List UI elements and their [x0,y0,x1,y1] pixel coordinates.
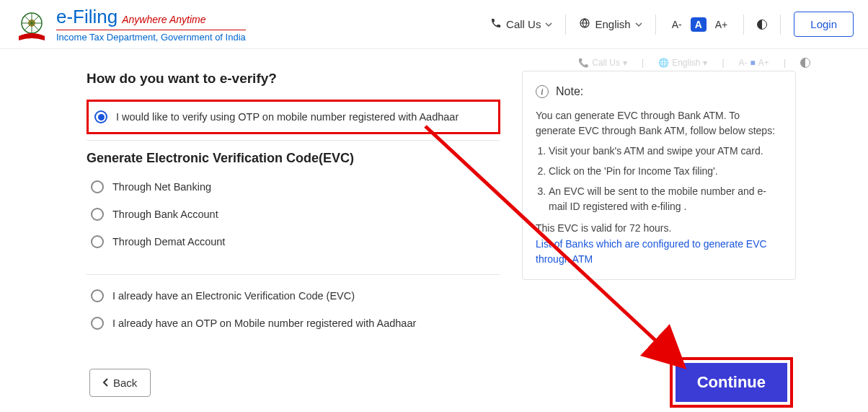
back-label: Back [113,377,137,389]
text-size-controls: A- A A+ [669,17,731,32]
top-header: e-Filing Anywhere Anytime Income Tax Dep… [0,0,868,49]
note-step-2: Click on the 'Pin for Income Tax filing'… [549,164,782,180]
back-button[interactable]: Back [89,369,151,397]
radio-net-banking[interactable]: Through Net Banking [87,173,500,201]
radio-icon [94,110,107,123]
divider [655,14,656,35]
chevron-down-icon [545,18,552,30]
text-size-decrease[interactable]: A- [669,17,685,32]
note-intro: You can generate EVC through Bank ATM. T… [536,108,782,139]
radio-icon [91,208,104,221]
language-dropdown[interactable]: English [579,17,642,31]
language-label: English [595,18,630,30]
radio-aadhaar-otp[interactable]: I would like to verify using OTP on mobi… [90,103,497,131]
brand-dept: Income Tax Department, Government of Ind… [56,32,246,43]
radio-have-evc[interactable]: I already have an Electronic Verificatio… [87,282,500,310]
ghost-lang: 🌐English▾ [658,58,707,68]
globe-icon [579,17,590,31]
radio-have-otp[interactable]: I already have an OTP on Mobile number r… [87,310,500,337]
ghost-call: 📞Call Us▾ [578,58,627,68]
login-button[interactable]: Login [794,12,854,37]
call-us-dropdown[interactable]: Call Us [490,17,552,31]
text-size-default[interactable]: A [691,17,707,32]
note-validity: This EVC is valid for 72 hours. [536,221,782,237]
note-title: Note: [556,83,583,101]
info-icon: i [536,85,549,98]
brand-text: e-Filing Anywhere Anytime Income Tax Dep… [56,6,246,43]
note-steps: Visit your bank's ATM and swipe your ATM… [549,144,782,215]
radio-icon [91,235,104,248]
contrast-toggle-icon[interactable] [757,19,767,30]
radio-label: I already have an Electronic Verificatio… [112,290,355,302]
brand-title: e-Filing [56,6,118,28]
radio-label: Through Bank Account [112,209,218,220]
radio-icon [91,180,104,193]
text-size-increase[interactable]: A+ [712,17,731,32]
aadhaar-option-highlight: I would like to verify using OTP on mobi… [87,100,500,134]
divider [743,14,744,35]
radio-label: I would like to verify using OTP on mobi… [116,111,459,123]
call-us-label: Call Us [506,18,541,30]
top-actions: Call Us English A- A A+ Login [490,12,854,37]
ghost-textsize: A-■A+ [739,58,769,68]
continue-highlight: Continue [670,357,793,408]
ghost-toolbar: 📞Call Us▾ | 🌐English▾ | A-■A+ | [87,58,810,68]
note-panel: i Note: You can generate EVC through Ban… [522,71,796,280]
verify-options-panel: How do you want to e-verify? I would lik… [87,71,500,337]
brand-block: e-Filing Anywhere Anytime Income Tax Dep… [14,6,246,43]
radio-label: Through Demat Account [112,236,225,247]
chevron-down-icon [635,18,642,30]
divider [565,14,566,35]
evc-section-title: Generate Electronic Verification Code(EV… [87,151,500,166]
radio-icon [91,317,104,330]
note-bank-list-link[interactable]: List of Banks which are configured to ge… [536,238,767,266]
note-step-3: An EVC will be sent to the mobile number… [549,184,782,215]
radio-icon [91,289,104,302]
question-title: How do you want to e-verify? [87,71,500,87]
footer-actions: Back Continue [87,357,796,408]
ghost-contrast-icon [800,58,810,68]
note-step-1: Visit your bank's ATM and swipe your ATM… [549,144,782,159]
phone-icon [490,17,502,31]
chevron-left-icon [103,377,109,389]
continue-button[interactable]: Continue [676,363,787,402]
gov-emblem-icon [14,7,49,42]
radio-label: I already have an OTP on Mobile number r… [112,317,416,329]
radio-bank-account[interactable]: Through Bank Account [87,201,500,228]
radio-label: Through Net Banking [112,181,211,193]
radio-demat-account[interactable]: Through Demat Account [87,228,500,255]
divider [780,14,781,35]
brand-tagline: Anywhere Anytime [122,14,205,25]
